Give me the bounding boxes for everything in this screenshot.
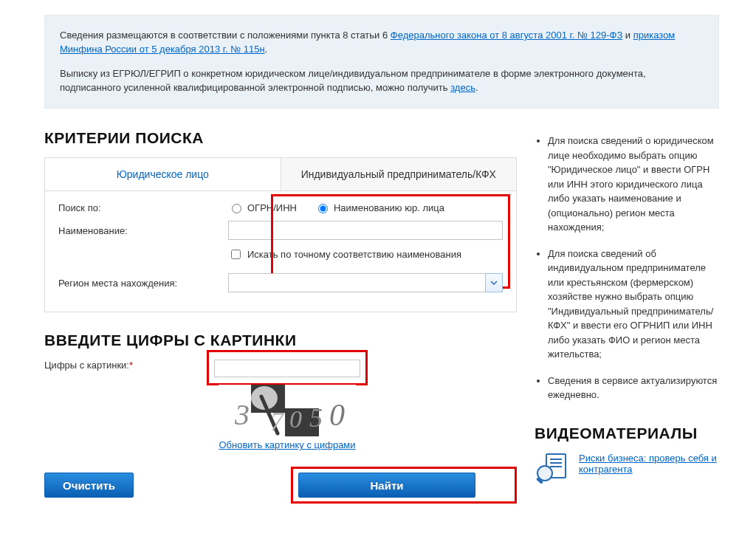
- svg-point-7: [537, 466, 552, 481]
- exact-match-input[interactable]: [231, 250, 241, 259]
- exact-match-checkbox[interactable]: Искать по точному соответствию наименова…: [228, 247, 461, 261]
- field-exact: Искать по точному соответствию наименова…: [228, 247, 503, 261]
- buttons-row: Очистить Найти: [44, 467, 517, 504]
- search-by-radios: ОГРН/ИНН Наименованию юр. лица: [228, 202, 503, 213]
- radio-by-name-input[interactable]: [318, 204, 328, 213]
- criteria-heading: КРИТЕРИИ ПОИСКА: [44, 129, 517, 147]
- captcha-row: Цифры с картинки:*: [44, 360, 517, 377]
- tab-individual[interactable]: Индивидуальный предприниматель/КФХ: [281, 158, 517, 190]
- notice-text: Выписку из ЕГРЮЛ/ЕГРИП о конкретном юрид…: [60, 68, 646, 93]
- radio-by-name-label: Наименованию юр. лица: [334, 202, 444, 213]
- radio-ogrn-inn-label: ОГРН/ИНН: [247, 202, 297, 213]
- law-link-129fz[interactable]: Федерального закона от 8 августа 2001 г.…: [391, 30, 622, 41]
- radio-ogrn-inn-input[interactable]: [232, 204, 241, 213]
- required-mark: *: [129, 360, 133, 371]
- row-name: Наименование:: [58, 221, 503, 240]
- notice-text: .: [265, 44, 268, 55]
- entity-tabs: Юридическое лицо Индивидуальный предприн…: [45, 158, 516, 191]
- region-select[interactable]: [228, 273, 503, 292]
- captcha-input[interactable]: [214, 360, 360, 377]
- magnifier-document-icon: [535, 453, 570, 485]
- row-exact: Искать по точному соответствию наименова…: [58, 247, 503, 261]
- label-name: Наименование:: [58, 225, 228, 236]
- clear-button-wrap: Очистить: [44, 467, 134, 504]
- notice-paragraph-2: Выписку из ЕГРЮЛ/ЕГРИП о конкретном юрид…: [60, 67, 704, 95]
- field-region: [228, 273, 503, 292]
- name-input[interactable]: [228, 221, 503, 240]
- clear-button[interactable]: Очистить: [44, 473, 134, 498]
- content-columns: КРИТЕРИИ ПОИСКА Юридическое лицо Индивид…: [44, 129, 719, 504]
- row-search-by: Поиск по: ОГРН/ИНН Наименованию юр. лица: [58, 202, 503, 213]
- captcha-label-text: Цифры с картинки:: [44, 360, 129, 371]
- label-search-by: Поиск по:: [58, 202, 228, 213]
- notice-paragraph-1: Сведения размещаются в соответствии с по…: [60, 29, 704, 57]
- captcha-digit: 0: [289, 405, 302, 433]
- chevron-down-icon[interactable]: [485, 273, 503, 292]
- find-button-wrap: Найти: [291, 467, 517, 504]
- find-button[interactable]: Найти: [298, 473, 475, 498]
- left-column: КРИТЕРИИ ПОИСКА Юридическое лицо Индивид…: [44, 129, 517, 504]
- field-name: [228, 221, 503, 240]
- form-inner: Поиск по: ОГРН/ИНН Наименованию юр. лица: [45, 191, 516, 312]
- right-column: Для поиска сведений о юридическом лице н…: [535, 129, 719, 504]
- captcha-heading: ВВЕДИТЕ ЦИФРЫ С КАРТИНКИ: [44, 332, 517, 349]
- refresh-captcha-link[interactable]: Обновить картинку с цифрами: [219, 439, 355, 450]
- captcha-field-wrap: [214, 360, 360, 377]
- video-link[interactable]: Риски бизнеса: проверь себя и контрагент…: [579, 453, 717, 475]
- captcha-image: 3 7 0 5 0: [219, 385, 356, 436]
- captcha-label: Цифры с картинки:*: [44, 360, 214, 371]
- label-region: Регион места нахождения:: [58, 278, 228, 289]
- extract-here-link[interactable]: здесь: [450, 82, 475, 93]
- video-link-wrap: Риски бизнеса: проверь себя и контрагент…: [579, 453, 719, 475]
- notice-text: .: [475, 82, 478, 93]
- captcha-digit: 3: [234, 398, 250, 431]
- captcha-digit: 5: [309, 403, 323, 433]
- captcha-digit: 7: [270, 407, 285, 436]
- row-region: Регион места нахождения:: [58, 273, 503, 292]
- notice-box: Сведения размещаются в соответствии с по…: [44, 15, 719, 109]
- exact-match-label: Искать по точному соответствию наименова…: [247, 249, 461, 260]
- radio-ogrn-inn[interactable]: ОГРН/ИНН: [228, 202, 297, 213]
- help-item: Для поиска сведений о юридическом лице н…: [548, 134, 719, 235]
- help-item: Сведения в сервисе актуализируются ежедн…: [548, 374, 719, 402]
- help-item: Для поиска сведений об индивидуальном пр…: [548, 247, 719, 362]
- captcha-section: ВВЕДИТЕ ЦИФРЫ С КАРТИНКИ Цифры с картинк…: [44, 332, 517, 450]
- help-list: Для поиска сведений о юридическом лице н…: [535, 134, 719, 402]
- tab-legal-entity[interactable]: Юридическое лицо: [45, 158, 281, 190]
- captcha-digit: 0: [329, 398, 345, 432]
- captcha-image-wrap: 3 7 0 5 0 Обновить картинку с цифрами: [214, 385, 360, 450]
- notice-text: Сведения размещаются в соответствии с по…: [60, 30, 391, 41]
- video-heading: ВИДЕОМАТЕРИАЛЫ: [535, 425, 719, 442]
- video-block: Риски бизнеса: проверь себя и контрагент…: [535, 453, 719, 485]
- criteria-form: Юридическое лицо Индивидуальный предприн…: [44, 157, 517, 312]
- radio-by-name[interactable]: Наименованию юр. лица: [315, 202, 444, 213]
- page: Сведения размещаются в соответствии с по…: [0, 0, 756, 526]
- notice-text: и: [625, 30, 633, 41]
